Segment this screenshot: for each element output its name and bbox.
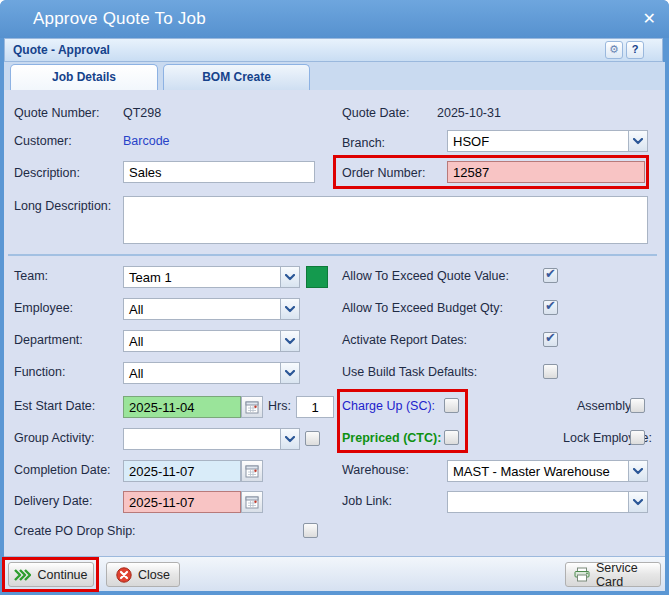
create-po-drop-ship-checkbox[interactable] <box>303 523 318 538</box>
chevron-down-icon[interactable] <box>628 131 647 151</box>
branch-label: Branch: <box>342 136 385 150</box>
job-link-select[interactable] <box>447 491 648 513</box>
est-start-date-label: Est Start Date: <box>14 399 95 413</box>
close-icon[interactable]: ✕ <box>643 9 656 28</box>
prepriced-ctc-label: Prepriced (CTC): <box>342 431 441 445</box>
service-card-button-label: Service Card <box>596 561 652 589</box>
use-build-task-defaults-label: Use Build Task Defaults: <box>342 365 477 379</box>
completion-date-input[interactable] <box>123 460 241 482</box>
employee-select[interactable]: All <box>123 298 300 320</box>
branch-select[interactable]: HSOF <box>447 130 648 152</box>
job-link-label: Job Link: <box>342 494 392 508</box>
employee-label: Employee: <box>14 301 73 315</box>
team-select[interactable]: Team 1 <box>123 266 300 288</box>
quote-date-label: Quote Date: <box>342 106 409 120</box>
function-label: Function: <box>14 365 65 379</box>
description-label: Description: <box>14 166 80 180</box>
customer-link[interactable]: Barcode <box>123 134 170 148</box>
allow-exceed-budget-qty-label: Allow To Exceed Budget Qty: <box>342 301 503 315</box>
hrs-label: Hrs: <box>268 399 291 413</box>
charge-up-sc-checkbox[interactable] <box>444 398 459 413</box>
chevron-down-icon[interactable] <box>280 299 299 319</box>
quote-date-value: 2025-10-31 <box>437 106 501 120</box>
chevron-down-icon[interactable] <box>280 331 299 351</box>
create-po-drop-ship-label: Create PO Drop Ship: <box>14 524 136 538</box>
use-build-task-defaults-checkbox[interactable] <box>543 364 558 379</box>
group-activity-label: Group Activity: <box>14 431 95 445</box>
delivery-date-calendar-icon[interactable] <box>241 491 263 513</box>
continue-button[interactable]: Continue <box>8 562 94 587</box>
group-activity-checkbox[interactable] <box>305 431 320 446</box>
activate-report-dates-label: Activate Report Dates: <box>342 333 467 347</box>
prepriced-ctc-checkbox[interactable] <box>444 430 459 445</box>
tab-bom-create[interactable]: BOM Create <box>163 64 310 90</box>
quote-number-value: QT298 <box>123 106 161 120</box>
red-x-circle-icon <box>116 567 132 583</box>
assembly-label: Assembly: <box>577 399 635 413</box>
hrs-input[interactable] <box>296 396 334 418</box>
chevron-down-icon[interactable] <box>628 461 647 481</box>
order-number-label: Order Number: <box>342 166 425 180</box>
form-body <box>4 90 665 556</box>
est-start-date-calendar-icon[interactable] <box>241 396 263 418</box>
delivery-date-input[interactable] <box>123 491 241 513</box>
delivery-date-label: Delivery Date: <box>14 494 93 508</box>
department-select[interactable]: All <box>123 330 300 352</box>
charge-up-sc-label: Charge Up (SC): <box>342 399 435 413</box>
help-icon[interactable]: ? <box>626 41 644 59</box>
panel-title: Quote - Approval <box>13 43 110 57</box>
customer-label: Customer: <box>14 134 72 148</box>
activate-report-dates-checkbox[interactable] <box>543 332 558 347</box>
quote-number-label: Quote Number: <box>14 106 99 120</box>
team-color-indicator <box>306 266 328 288</box>
chevron-down-icon[interactable] <box>628 492 647 512</box>
dialog-title: Approve Quote To Job <box>33 9 206 29</box>
function-select[interactable]: All <box>123 362 300 384</box>
completion-date-label: Completion Date: <box>14 463 111 477</box>
chevron-down-icon[interactable] <box>280 267 299 287</box>
allow-exceed-budget-qty-checkbox[interactable] <box>543 300 558 315</box>
est-start-date-input[interactable] <box>123 396 241 418</box>
team-label: Team: <box>14 269 48 283</box>
warehouse-label: Warehouse: <box>342 463 409 477</box>
long-description-textarea[interactable] <box>123 196 648 244</box>
chevron-down-icon[interactable] <box>280 363 299 383</box>
section-divider <box>8 254 657 256</box>
close-button-label: Close <box>138 568 170 582</box>
gear-icon[interactable]: ⚙ <box>605 41 623 59</box>
close-button[interactable]: Close <box>106 562 180 587</box>
completion-date-calendar-icon[interactable] <box>241 460 263 482</box>
approve-quote-to-job-dialog: Approve Quote To Job ✕ Quote - Approval … <box>0 0 669 595</box>
description-input[interactable] <box>123 161 315 183</box>
department-label: Department: <box>14 333 83 347</box>
triple-chevron-icon <box>14 569 31 581</box>
lock-employee-checkbox[interactable] <box>630 430 645 445</box>
group-activity-select[interactable] <box>123 428 300 450</box>
chevron-down-icon[interactable] <box>280 429 299 449</box>
warehouse-select[interactable]: MAST - Master Warehouse <box>447 460 648 482</box>
assembly-checkbox[interactable] <box>630 398 645 413</box>
continue-button-label: Continue <box>37 568 87 582</box>
allow-exceed-quote-value-checkbox[interactable] <box>543 268 558 283</box>
tab-job-details[interactable]: Job Details <box>10 64 158 90</box>
allow-exceed-quote-value-label: Allow To Exceed Quote Value: <box>342 269 509 283</box>
long-description-label: Long Description: <box>14 199 111 213</box>
printer-icon <box>574 567 590 582</box>
order-number-input[interactable] <box>447 161 645 183</box>
service-card-button[interactable]: Service Card <box>565 562 661 587</box>
